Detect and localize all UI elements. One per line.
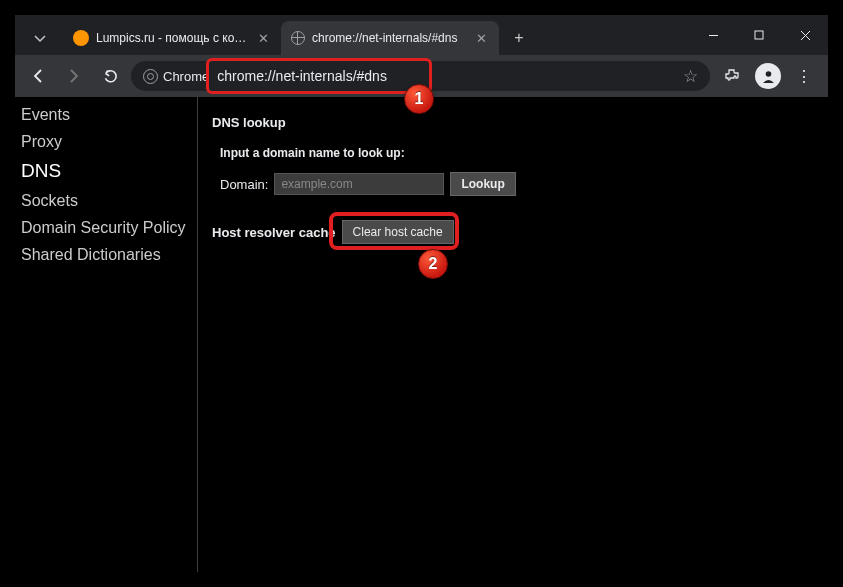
domain-form-row: Domain: Lookup	[220, 172, 814, 196]
sidebar-item-proxy[interactable]: Proxy	[15, 128, 197, 155]
dns-lookup-title: DNS lookup	[212, 115, 814, 130]
chrome-chip: Chrome	[143, 69, 209, 84]
close-icon[interactable]: ✕	[473, 31, 489, 46]
minimize-button[interactable]	[690, 15, 736, 55]
sidebar-label: Shared Dictionaries	[21, 246, 161, 263]
sidebar-label: Proxy	[21, 133, 62, 150]
lumpics-favicon	[73, 30, 89, 46]
svg-point-1	[765, 71, 771, 77]
sidebar-label: DNS	[21, 160, 61, 181]
chip-label: Chrome	[163, 69, 209, 84]
sidebar-item-dns[interactable]: DNS	[15, 155, 197, 187]
sidebar-item-shared-dictionaries[interactable]: Shared Dictionaries	[15, 241, 197, 268]
toolbar-right: ⋮	[716, 60, 820, 92]
cache-row: Host resolver cache Clear host cache	[212, 220, 814, 244]
avatar-icon	[755, 63, 781, 89]
lookup-button[interactable]: Lookup	[450, 172, 515, 196]
reload-button[interactable]	[95, 61, 125, 91]
maximize-button[interactable]	[736, 15, 782, 55]
extensions-button[interactable]	[716, 60, 748, 92]
sidebar-label: Sockets	[21, 192, 78, 209]
tab-net-internals[interactable]: chrome://net-internals/#dns ✕	[281, 21, 499, 55]
menu-button[interactable]: ⋮	[788, 60, 820, 92]
new-tab-button[interactable]: +	[505, 24, 533, 52]
forward-button[interactable]	[59, 61, 89, 91]
bookmark-star-icon[interactable]: ☆	[683, 66, 698, 87]
window-controls	[690, 15, 828, 55]
chrome-icon	[143, 69, 158, 84]
sidebar-label: Events	[21, 106, 70, 123]
clear-host-cache-button[interactable]: Clear host cache	[342, 220, 454, 244]
close-icon[interactable]: ✕	[255, 31, 271, 46]
globe-favicon	[291, 31, 305, 45]
sidebar-item-events[interactable]: Events	[15, 101, 197, 128]
svg-rect-0	[755, 31, 763, 39]
content-area: Events Proxy DNS Sockets Domain Security…	[15, 97, 828, 572]
sidebar: Events Proxy DNS Sockets Domain Security…	[15, 97, 198, 572]
annotation-callout-2: 2	[418, 249, 448, 279]
domain-label: Domain:	[220, 177, 268, 192]
annotation-callout-1: 1	[404, 84, 434, 114]
main-panel: DNS lookup Input a domain name to look u…	[198, 97, 828, 572]
sidebar-item-domain-security[interactable]: Domain Security Policy	[15, 214, 197, 241]
close-window-button[interactable]	[782, 15, 828, 55]
titlebar: Lumpics.ru - помощь с компью ✕ chrome://…	[15, 15, 828, 55]
sidebar-label: Domain Security Policy	[21, 219, 186, 236]
profile-button[interactable]	[752, 60, 784, 92]
tab-title: Lumpics.ru - помощь с компью	[96, 31, 248, 45]
domain-input[interactable]	[274, 173, 444, 195]
tab-strip: Lumpics.ru - помощь с компью ✕ chrome://…	[15, 15, 690, 55]
tab-lumpics[interactable]: Lumpics.ru - помощь с компью ✕	[63, 21, 281, 55]
instruction-text: Input a domain name to look up:	[220, 146, 814, 160]
back-button[interactable]	[23, 61, 53, 91]
sidebar-item-sockets[interactable]: Sockets	[15, 187, 197, 214]
cache-label: Host resolver cache	[212, 225, 336, 240]
url-text: chrome://net-internals/#dns	[217, 68, 387, 84]
tab-title: chrome://net-internals/#dns	[312, 31, 466, 45]
search-tabs-button[interactable]	[23, 21, 57, 55]
